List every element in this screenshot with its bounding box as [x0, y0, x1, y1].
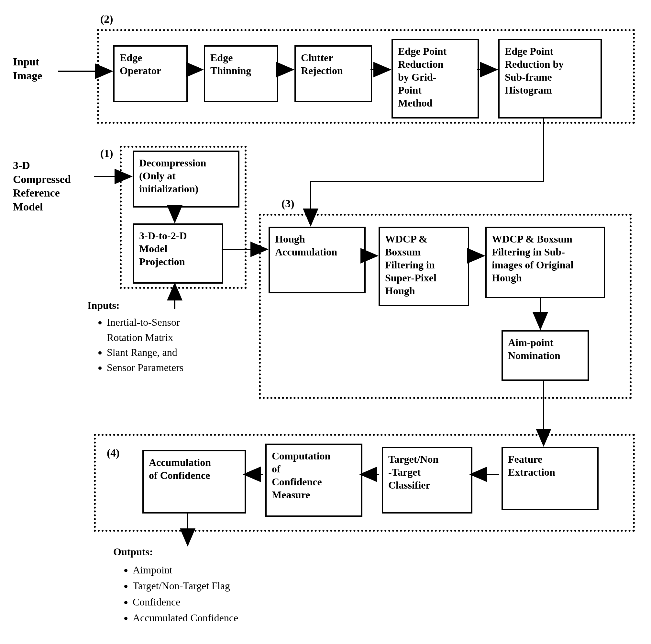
arrows-layer [6, 6, 644, 638]
